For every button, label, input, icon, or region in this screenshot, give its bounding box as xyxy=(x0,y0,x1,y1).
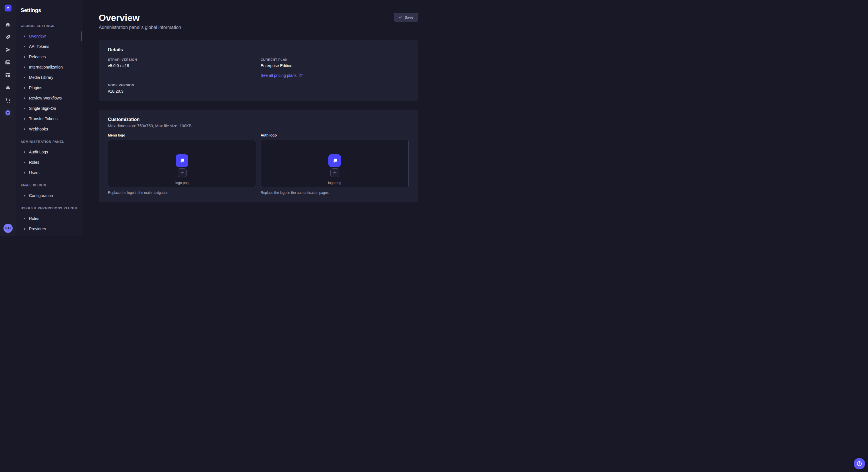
menu-logo-helper: Replace the logo in the main navigation xyxy=(108,191,256,195)
page-header: Overview Administration panel’s global i… xyxy=(99,0,418,31)
subnav-item-audit-logs[interactable]: Audit Logs xyxy=(16,147,82,157)
subnav-item-media-library[interactable]: Media Library xyxy=(16,72,82,82)
auth-logo-upload-box[interactable]: logo.png xyxy=(260,140,409,187)
subnav-item-transfer-tokens[interactable]: Transfer Tokens xyxy=(16,113,82,124)
page-subtitle: Administration panel’s global informatio… xyxy=(99,24,181,31)
page-title: Overview xyxy=(99,12,181,24)
auth-logo-filename: logo.png xyxy=(328,181,341,185)
layout-panel-icon xyxy=(5,72,11,78)
subnav-item-internationalization[interactable]: Internationalization xyxy=(16,62,82,72)
media-library-nav-button[interactable] xyxy=(3,58,12,67)
home-icon xyxy=(5,22,11,28)
section-email-plugin: EMAIL PLUGIN xyxy=(16,183,82,188)
bullet-icon xyxy=(24,98,25,99)
pricing-plans-link[interactable]: See all pricing plans xyxy=(260,73,303,78)
strapi-mark-icon xyxy=(6,6,10,10)
subnav-item-overview[interactable]: Overview xyxy=(16,31,82,41)
shopping-cart-icon xyxy=(5,97,11,103)
subnav-item-label: Review Workflows xyxy=(29,96,62,100)
bullet-icon xyxy=(24,162,25,163)
content-manager-nav-button[interactable] xyxy=(3,70,12,79)
node-version-value: v18.20.3 xyxy=(108,89,256,94)
subnav-item-label: API Tokens xyxy=(29,44,50,49)
subnav-item-plugins[interactable]: Plugins xyxy=(16,82,82,93)
auth-logo-add-button[interactable] xyxy=(330,168,339,177)
strapi-mark-icon xyxy=(178,157,186,165)
main-content: Overview Administration panel’s global i… xyxy=(82,0,434,236)
subnav-item-review-workflows[interactable]: Review Workflows xyxy=(16,93,82,103)
subnav-item-api-tokens[interactable]: API Tokens xyxy=(16,41,82,52)
strapi-mark-icon xyxy=(331,157,339,165)
auth-logo-preview xyxy=(329,154,341,167)
bullet-icon xyxy=(24,108,25,109)
email-plugin-list: Configuration xyxy=(16,191,82,201)
bullet-icon xyxy=(24,129,25,130)
subnav-divider xyxy=(21,18,26,19)
strapi-logo-icon[interactable] xyxy=(5,5,11,11)
subnav-item-label: Configuration xyxy=(29,193,53,198)
save-button-label: Save xyxy=(405,15,413,20)
menu-logo-filename: logo.png xyxy=(175,181,189,185)
marketplace-nav-button[interactable] xyxy=(3,96,12,105)
bullet-icon xyxy=(24,87,25,89)
save-button[interactable]: Save xyxy=(394,13,418,22)
subnav-item-label: Internationalization xyxy=(29,65,63,69)
rail-icon-list xyxy=(3,16,12,117)
deploy-nav-button[interactable] xyxy=(3,45,12,54)
customization-subtitle: Max dimension: 750×750, Max file size: 1… xyxy=(108,123,409,129)
menu-logo-add-button[interactable] xyxy=(178,168,187,177)
details-card: Details STRAPI VERSION v5.0.0-rc.19 NODE… xyxy=(99,40,418,101)
subnav-item-single-sign-on[interactable]: Single Sign-On xyxy=(16,103,82,113)
pictures-icon xyxy=(5,59,11,65)
settings-subnav: Settings GLOBAL SETTINGS Overview API To… xyxy=(16,0,82,236)
bullet-icon xyxy=(24,67,25,68)
auth-logo-label: Auth logo xyxy=(260,133,409,138)
subnav-item-up-providers[interactable]: Providers xyxy=(16,224,82,234)
main-nav-rail: KD xyxy=(0,0,16,236)
current-plan-field: CURRENT PLAN Enterprise Edition xyxy=(260,58,409,68)
cloud-nav-button[interactable] xyxy=(3,83,12,92)
pricing-plans-link-label: See all pricing plans xyxy=(260,73,297,78)
subnav-item-label: Overview xyxy=(29,34,45,38)
bullet-icon xyxy=(24,77,25,78)
bullet-icon xyxy=(24,36,25,37)
section-administration-panel: ADMINISTRATION PANEL xyxy=(16,139,82,144)
subnav-item-label: Webhooks xyxy=(29,127,48,131)
subnav-item-label: Transfer Tokens xyxy=(29,116,58,121)
check-icon xyxy=(399,15,402,19)
subnav-item-releases[interactable]: Releases xyxy=(16,52,82,62)
current-plan-value: Enterprise Edition xyxy=(260,63,409,68)
subnav-item-email-configuration[interactable]: Configuration xyxy=(16,191,82,201)
details-right-column: CURRENT PLAN Enterprise Edition See all … xyxy=(260,58,409,94)
administration-panel-list: Audit Logs Roles Users xyxy=(16,147,82,178)
plus-icon xyxy=(180,171,184,175)
node-version-label: NODE VERSION xyxy=(108,83,256,87)
menu-logo-upload-box[interactable]: logo.png xyxy=(108,140,256,187)
home-nav-button[interactable] xyxy=(3,20,12,29)
subnav-item-label: Roles xyxy=(29,160,39,165)
customization-card-title: Customization xyxy=(108,117,409,123)
details-card-title: Details xyxy=(108,47,409,53)
cloud-icon xyxy=(5,85,11,91)
bullet-icon xyxy=(24,195,25,196)
customization-card: Customization Max dimension: 750×750, Ma… xyxy=(99,110,418,202)
workspace-logo-block xyxy=(0,0,16,16)
logo-upload-grid: Menu logo logo.png xyxy=(108,133,409,195)
subnav-item-admin-roles[interactable]: Roles xyxy=(16,157,82,167)
subnav-item-label: Releases xyxy=(29,55,45,59)
external-link-icon xyxy=(299,74,303,77)
plus-icon xyxy=(333,171,337,175)
settings-nav-button[interactable] xyxy=(3,108,12,117)
node-version-field: NODE VERSION v18.20.3 xyxy=(108,83,256,94)
page-title-block: Overview Administration panel’s global i… xyxy=(99,12,181,31)
content-type-builder-nav-button[interactable] xyxy=(3,32,12,42)
bullet-icon xyxy=(24,172,25,173)
subnav-item-label: Plugins xyxy=(29,86,42,90)
global-settings-list: Overview API Tokens Releases Internation… xyxy=(16,31,82,134)
subnav-item-up-roles[interactable]: Roles xyxy=(16,213,82,224)
section-users-permissions-plugin: USERS & PERMISSIONS PLUGIN xyxy=(16,206,82,210)
subnav-item-webhooks[interactable]: Webhooks xyxy=(16,124,82,134)
subnav-title: Settings xyxy=(16,7,82,14)
user-avatar[interactable]: KD xyxy=(3,224,12,233)
subnav-item-admin-users[interactable]: Users xyxy=(16,167,82,178)
